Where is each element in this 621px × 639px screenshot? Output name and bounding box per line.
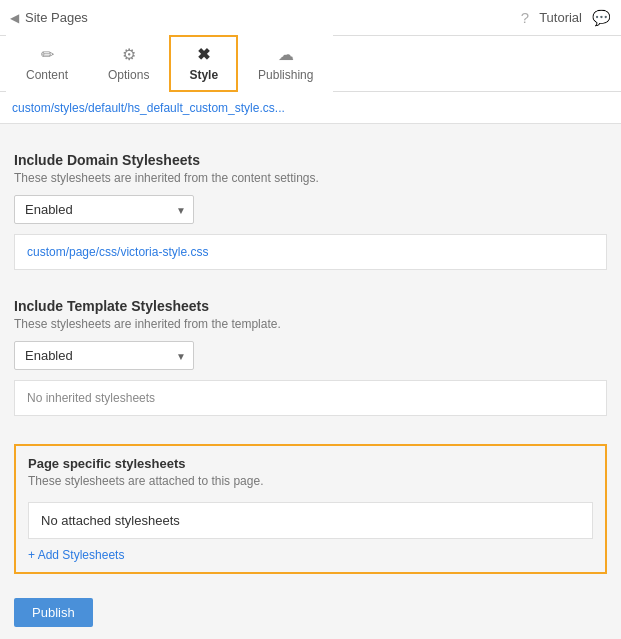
publish-button[interactable]: Publish [14,598,93,627]
add-stylesheets-link[interactable]: + Add Stylesheets [28,548,124,562]
page-specific-section: Page specific stylesheets These styleshe… [14,444,607,574]
tab-publishing-label: Publishing [258,68,313,82]
top-bar: ◀ Site Pages ? Tutorial 💬 [0,0,621,36]
domain-stylesheet-box: custom/page/css/victoria-style.css [14,234,607,270]
page-specific-content: No attached stylesheets [28,502,593,539]
tab-content[interactable]: ✏ Content [6,35,88,92]
domain-dropdown[interactable]: Enabled Disabled [14,195,194,224]
tab-style-label: Style [189,68,218,82]
page-specific-title: Page specific stylesheets [28,456,593,471]
template-stylesheets-section: Include Template Stylesheets These style… [0,284,621,380]
style-icon: ✖ [197,45,210,64]
tab-options-label: Options [108,68,149,82]
question-icon: ? [521,9,529,26]
tabs-bar: ✏ Content ⚙ Options ✖ Style ☁ Publishing [0,36,621,92]
tab-options[interactable]: ⚙ Options [88,35,169,92]
breadcrumb: ◀ Site Pages [10,10,88,25]
tab-content-label: Content [26,68,68,82]
tab-publishing[interactable]: ☁ Publishing [238,35,333,92]
page-specific-footer: + Add Stylesheets [16,539,605,572]
template-dropdown-wrapper: Enabled Disabled ▼ [14,341,194,370]
domain-stylesheet-link[interactable]: custom/page/css/victoria-style.css [27,245,208,259]
top-bar-right: ? Tutorial 💬 [521,9,611,27]
publishing-icon: ☁ [278,45,294,64]
comment-icon: 💬 [592,9,611,27]
site-pages-label: Site Pages [25,10,88,25]
tutorial-label[interactable]: Tutorial [539,10,582,25]
css-file-link[interactable]: custom/styles/default/hs_default_custom_… [12,101,285,115]
domain-dropdown-wrapper: Enabled Disabled ▼ [14,195,194,224]
template-stylesheet-box: No inherited stylesheets [14,380,607,416]
bottom-bar: Publish [0,588,621,637]
domain-desc: These stylesheets are inherited from the… [14,171,607,185]
template-no-stylesheets: No inherited stylesheets [27,391,155,405]
file-link-bar: custom/styles/default/hs_default_custom_… [0,92,621,124]
domain-title: Include Domain Stylesheets [14,152,607,168]
template-title: Include Template Stylesheets [14,298,607,314]
page-specific-desc: These stylesheets are attached to this p… [28,474,593,488]
content-icon: ✏ [41,45,54,64]
page-specific-header: Page specific stylesheets These styleshe… [16,446,605,502]
template-dropdown[interactable]: Enabled Disabled [14,341,194,370]
back-arrow-icon: ◀ [10,11,19,25]
options-icon: ⚙ [122,45,136,64]
template-desc: These stylesheets are inherited from the… [14,317,607,331]
tab-style[interactable]: ✖ Style [169,35,238,92]
page-specific-no-stylesheets: No attached stylesheets [41,513,180,528]
domain-stylesheets-section: Include Domain Stylesheets These stylesh… [0,124,621,234]
